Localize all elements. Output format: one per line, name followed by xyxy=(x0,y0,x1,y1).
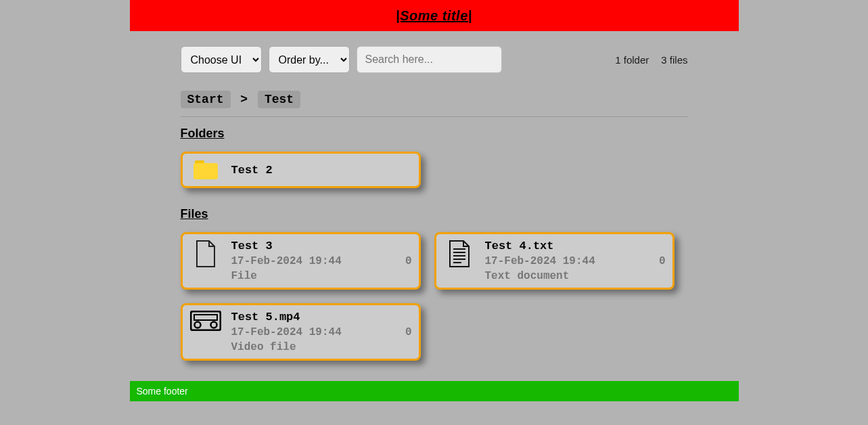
breadcrumb-item-start[interactable]: Start xyxy=(181,91,231,108)
folders-grid: Test 2 xyxy=(181,152,688,188)
svg-point-7 xyxy=(194,322,200,328)
breadcrumb: Start > Test xyxy=(181,91,688,108)
order-by-select[interactable]: Order by... xyxy=(269,46,350,73)
page-title: |Some title| xyxy=(396,8,472,24)
breadcrumb-separator: > xyxy=(240,93,248,106)
file-text-icon xyxy=(443,240,476,268)
file-date: 17-Feb-2024 19:44 xyxy=(485,255,595,267)
file-type: File xyxy=(231,270,412,282)
files-grid: Test 3 17-Feb-2024 19:44 0 File Test 4.t… xyxy=(181,232,688,361)
header-bar: |Some title| xyxy=(130,0,739,31)
file-card[interactable]: Test 3 17-Feb-2024 19:44 0 File xyxy=(181,232,421,290)
file-count: 3 files xyxy=(661,54,687,66)
file-name: Test 5.mp4 xyxy=(231,311,412,323)
file-card[interactable]: Test 5.mp4 17-Feb-2024 19:44 0 Video fil… xyxy=(181,303,421,361)
svg-rect-6 xyxy=(194,315,217,320)
folder-count: 1 folder xyxy=(615,54,649,66)
folder-card[interactable]: Test 2 xyxy=(181,152,421,188)
toolbar: Choose UI Order by... 1 folder 3 files xyxy=(181,46,688,73)
footer-text: Some footer xyxy=(137,386,188,397)
svg-point-8 xyxy=(210,322,216,328)
file-name: Test 3 xyxy=(231,240,412,252)
breadcrumb-item-current[interactable]: Test xyxy=(258,91,300,108)
footer-bar: Some footer xyxy=(130,381,739,401)
choose-ui-select[interactable]: Choose UI xyxy=(181,46,262,73)
file-date: 17-Feb-2024 19:44 xyxy=(231,326,342,338)
file-size: 0 xyxy=(405,326,412,338)
folder-name: Test 2 xyxy=(231,164,412,177)
file-type: Video file xyxy=(231,341,412,353)
file-size: 0 xyxy=(405,255,412,267)
main-container: Choose UI Order by... 1 folder 3 files S… xyxy=(181,46,688,361)
file-video-icon xyxy=(189,311,222,331)
search-input[interactable] xyxy=(357,46,502,73)
divider xyxy=(181,116,688,117)
file-date: 17-Feb-2024 19:44 xyxy=(231,255,342,267)
file-size: 0 xyxy=(659,255,666,267)
folders-heading: Folders xyxy=(181,127,688,141)
file-generic-icon xyxy=(189,240,222,268)
folder-icon xyxy=(189,160,222,179)
files-heading: Files xyxy=(181,207,688,221)
file-type: Text document xyxy=(485,270,666,282)
file-name: Test 4.txt xyxy=(485,240,666,252)
counts: 1 folder 3 files xyxy=(615,54,687,66)
file-card[interactable]: Test 4.txt 17-Feb-2024 19:44 0 Text docu… xyxy=(434,232,675,290)
